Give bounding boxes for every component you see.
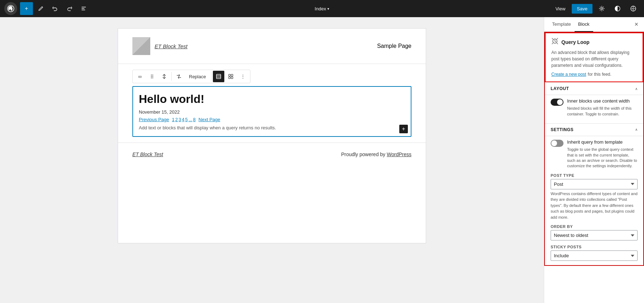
link-icon-button[interactable]: ∞ [134, 71, 146, 82]
sticky-posts-label: STICKY POSTS [551, 245, 638, 249]
create-new-post-link[interactable]: Create a new post [551, 72, 586, 77]
query-loop-title: Query Loop [561, 39, 590, 45]
drag-handle-button[interactable] [146, 71, 158, 82]
wp-logo[interactable] [4, 2, 17, 15]
main-layout: ET Block Test Sample Page ∞ [0, 17, 644, 303]
block-more-options[interactable]: ⋮ [237, 71, 249, 82]
redo-button[interactable] [63, 2, 76, 15]
move-up-down-button[interactable] [158, 71, 170, 82]
inherit-query-toggle-row: Inherit query from template Toggle to us… [551, 139, 638, 169]
svg-point-10 [152, 76, 153, 77]
post-date: November 15, 2022 [139, 109, 405, 115]
svg-rect-13 [216, 74, 221, 79]
canvas-area: ET Block Test Sample Page ∞ [0, 17, 544, 303]
document-overview-button[interactable] [77, 2, 90, 15]
post-type-label: POST TYPE [551, 173, 638, 178]
no-results-text: Add text or blocks that will display whe… [139, 125, 405, 130]
settings-section-header[interactable]: Settings ∧ [545, 123, 643, 136]
page-num-last[interactable]: 8 [193, 117, 196, 122]
list-view-toggle[interactable] [213, 71, 224, 82]
post-title: Hello world! [139, 93, 405, 106]
tab-template[interactable]: Template [548, 17, 575, 32]
site-title: ET Block Test [155, 43, 187, 49]
page-ellipsis: ... [189, 117, 192, 122]
more-tools-button[interactable] [627, 2, 640, 15]
order-by-select[interactable]: Newest to oldest Oldest to newest Title … [551, 230, 638, 240]
query-loop-icon [551, 38, 558, 46]
sticky-posts-select[interactable]: Include Exclude Only [551, 250, 638, 261]
edit-tool-button[interactable] [34, 2, 47, 15]
svg-point-11 [151, 78, 152, 78]
undo-button[interactable] [49, 2, 62, 15]
inner-blocks-toggle[interactable] [551, 99, 564, 106]
right-sidebar: Template Block × [544, 17, 644, 303]
svg-point-7 [151, 75, 152, 75]
prev-page-link[interactable]: Previous Page [139, 117, 169, 122]
svg-rect-19 [231, 77, 233, 79]
query-block: Hello world! November 15, 2022 Previous … [132, 86, 411, 137]
page-num-3[interactable]: 3 [179, 117, 181, 122]
query-loop-info: Query Loop An advanced block that allows… [545, 33, 643, 82]
page-num-4[interactable]: 4 [182, 117, 184, 122]
create-new-post-suffix: for this feed. [588, 72, 611, 77]
settings-toggle-button[interactable] [595, 2, 608, 15]
inner-blocks-toggle-sublabel: Nested blocks will fill the width of thi… [567, 106, 638, 117]
sidebar-tabs: Template Block × [544, 17, 644, 32]
transform-button[interactable] [173, 71, 185, 82]
view-button[interactable]: View [552, 4, 569, 14]
page-num-1[interactable]: 1 [172, 117, 175, 122]
query-loop-header: Query Loop [551, 38, 637, 46]
svg-point-8 [152, 75, 153, 75]
main-toolbar: + Index ▾ View Save [0, 0, 644, 17]
nav-link[interactable]: Sample Page [377, 43, 411, 49]
add-block-button[interactable]: + [20, 2, 33, 15]
layout-section: Layout ∧ Inner blocks use content width … [545, 82, 643, 123]
tab-block[interactable]: Block [575, 17, 593, 32]
svg-rect-18 [229, 77, 230, 79]
settings-section-title: Settings [551, 127, 574, 132]
sticky-posts-field: STICKY POSTS Include Exclude Only [551, 245, 638, 261]
document-title-area: Index ▾ [315, 6, 330, 11]
settings-chevron-icon: ∧ [635, 128, 638, 131]
grid-view-toggle[interactable] [225, 71, 236, 82]
inherit-query-toggle[interactable] [551, 140, 564, 147]
svg-rect-1 [82, 7, 86, 8]
settings-section: Settings ∧ Inherit query from template T… [545, 123, 643, 265]
replace-button[interactable]: Replace [185, 73, 210, 81]
footer-wp-link[interactable]: WordPress [387, 152, 411, 157]
inner-blocks-toggle-row: Inner blocks use content width Nested bl… [551, 98, 638, 117]
pagination: Previous Page 1 2 3 4 5 ... 8 Next Page [139, 117, 405, 122]
page-frame: ET Block Test Sample Page ∞ [118, 29, 426, 243]
post-type-field: POST TYPE Post Page WordPress contains d… [551, 173, 638, 220]
svg-point-4 [601, 8, 603, 10]
order-by-field: ORDER BY Newest to oldest Oldest to newe… [551, 224, 638, 240]
add-block-corner-button[interactable]: + [399, 125, 408, 133]
site-title-area: ET Block Test [132, 37, 187, 55]
document-title[interactable]: Index ▾ [315, 6, 330, 11]
save-button[interactable]: Save [572, 4, 592, 14]
footer-site-title: ET Block Test [132, 152, 163, 157]
pagination-numbers: 1 2 3 4 5 ... 8 [172, 117, 196, 122]
svg-rect-2 [82, 8, 84, 9]
style-toggle-button[interactable] [611, 2, 624, 15]
block-toolbar: ∞ [132, 70, 250, 83]
sidebar-close-button[interactable]: × [633, 19, 640, 30]
toolbar-sep-1 [171, 72, 172, 81]
query-loop-desc: An advanced block that allows displaying… [551, 49, 637, 69]
layout-section-header[interactable]: Layout ∧ [545, 82, 643, 95]
site-logo [132, 37, 150, 55]
query-loop-section: Query Loop An advanced block that allows… [544, 32, 644, 266]
page-num-2[interactable]: 2 [175, 117, 178, 122]
next-page-link[interactable]: Next Page [199, 117, 220, 122]
layout-section-title: Layout [551, 86, 569, 91]
site-header: ET Block Test Sample Page [118, 29, 426, 64]
post-type-select[interactable]: Post Page [551, 179, 638, 189]
inherit-query-label: Inherit query from template [567, 139, 638, 145]
site-nav: Sample Page [377, 43, 411, 49]
page-num-5[interactable]: 5 [185, 117, 188, 122]
svg-rect-16 [229, 74, 230, 76]
layout-chevron-icon: ∧ [635, 87, 638, 91]
toolbar-right: View Save [552, 2, 640, 15]
order-by-label: ORDER BY [551, 224, 638, 229]
svg-point-12 [152, 78, 153, 78]
